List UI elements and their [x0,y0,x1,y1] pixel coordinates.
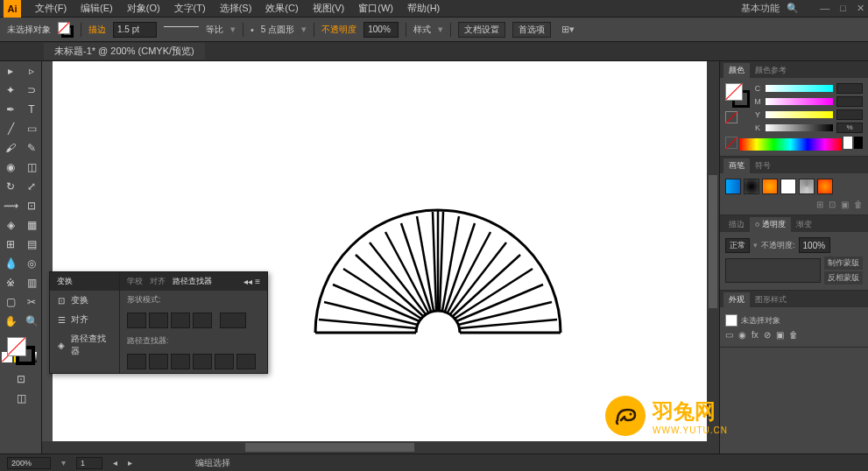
rotate-tool[interactable]: ↻ [0,177,21,196]
pf-unite[interactable] [127,313,146,328]
selection-tool[interactable]: ▸ [0,61,21,81]
symbol-tool[interactable]: ※ [0,273,21,292]
c-value[interactable] [836,83,863,94]
pf-crop[interactable] [193,354,212,369]
mask-preview[interactable] [725,258,821,283]
pf-minus-back[interactable] [236,354,256,369]
symbols-tab[interactable]: 符号 [750,158,776,173]
y-value[interactable] [836,109,863,120]
swatch-splat[interactable] [744,179,759,194]
white-chip[interactable] [843,137,852,149]
pf-item-pathfinder[interactable]: ◈路径查找器 [50,329,119,361]
eyedropper-tool[interactable]: 💧 [0,254,21,273]
k-slider[interactable] [766,124,833,131]
opacity-panel-tab[interactable]: ○ 透明度 [750,217,791,232]
swatch-sun[interactable] [817,179,833,194]
artboard-tool[interactable]: ▢ [0,292,21,312]
rect-tool[interactable]: ▭ [21,119,42,138]
appear-stroke-icon[interactable]: ▭ [725,330,733,340]
maximize-icon[interactable]: □ [840,3,846,14]
fill-stroke-swatch-main[interactable] [0,331,42,371]
menu-effect[interactable]: 效果(C) [258,2,305,15]
artboard-prev-icon[interactable]: ◂ [113,458,117,467]
mesh-tool[interactable]: ⊞ [0,235,21,254]
prefs-button[interactable]: 首选项 [512,22,551,38]
pathfinder-panel[interactable]: 变换 ⊡变换 ☰对齐 ◈路径查找器 学校 对齐 路径查找器 ◂◂ ≡ 形状模式:… [49,271,268,374]
stroke-profile[interactable]: 5 点圆形 [261,24,294,36]
gradient-tool[interactable]: ▤ [21,235,42,254]
menu-type[interactable]: 文字(T) [167,2,213,15]
swatch-blue[interactable] [725,179,741,194]
blob-tool[interactable]: ◉ [0,158,21,177]
swatch-del-icon[interactable]: 🗑 [854,200,863,209]
invert-mask-button[interactable]: 反相蒙版 [824,271,863,285]
opacity-label[interactable]: 不透明度 [321,24,356,36]
horizontal-scrollbar[interactable] [42,441,719,453]
free-transform-tool[interactable]: ⊡ [21,196,42,215]
slice-tool[interactable]: ✂ [21,292,42,312]
opacity-value-input[interactable] [799,237,830,253]
draw-mode[interactable]: ◫ [0,389,42,408]
minimize-icon[interactable]: — [820,3,829,14]
c-slider[interactable] [766,85,833,92]
menu-window[interactable]: 窗口(W) [351,2,400,15]
pf-minus-front[interactable] [149,313,168,328]
zoom-input[interactable] [7,457,51,469]
zoom-tool[interactable]: 🔍 [21,312,42,331]
color-guide-tab[interactable]: 颜色参考 [750,63,792,78]
appear-del-icon[interactable]: 🗑 [789,330,798,340]
brush-tool[interactable]: 🖌 [0,138,21,158]
pencil-tool[interactable]: ✎ [21,138,42,158]
width-tool[interactable]: ⟿ [0,196,21,215]
menu-select[interactable]: 选择(S) [213,2,259,15]
close-icon[interactable]: ✕ [857,3,864,14]
pf-expand[interactable] [220,313,246,328]
canvas-area[interactable] [42,61,719,453]
swatch-opts-icon[interactable]: ⊡ [829,200,836,209]
spectrum-bar[interactable] [739,138,842,151]
m-slider[interactable] [766,98,833,105]
hand-tool[interactable]: ✋ [0,312,21,331]
appear-clear-icon[interactable]: ⊘ [764,330,771,340]
menu-edit[interactable]: 编辑(E) [74,2,120,15]
k-value[interactable]: % [836,123,863,133]
appear-dup-icon[interactable]: ▣ [776,330,784,340]
pf-tab2-1[interactable]: 学校 [123,274,146,289]
blend-tool[interactable]: ◎ [21,254,42,273]
pf-intersect[interactable] [171,313,190,328]
line-tool[interactable]: ╱ [0,119,21,138]
vertical-scrollbar[interactable] [707,61,719,441]
type-tool[interactable]: T [21,100,42,119]
blend-mode-select[interactable]: 正常 [725,238,750,253]
swatch-orange[interactable] [762,179,778,194]
scale-tool[interactable]: ⤢ [21,177,42,196]
pf-tab2-2[interactable]: 对齐 [146,274,169,289]
stroke-panel-tab[interactable]: 描边 [723,217,750,232]
color-tab[interactable]: 颜色 [723,63,750,78]
stroke-weight-input[interactable] [113,22,157,38]
opacity-input[interactable] [363,22,399,38]
stroke-preview[interactable] [164,26,199,33]
doc-setup-button[interactable]: 文档设置 [458,22,505,38]
swatch-gear[interactable] [799,179,815,194]
none-spectrum[interactable] [725,137,737,149]
pf-outline[interactable] [215,354,234,369]
none-swatch[interactable] [725,111,737,123]
align-icon[interactable]: ⊞▾ [561,24,575,35]
swatch-lib-icon[interactable]: ⊞ [816,200,823,209]
menu-object[interactable]: 对象(O) [120,2,167,15]
search-icon[interactable]: 🔍 [787,3,799,14]
pf-divide[interactable] [127,354,146,369]
shape-builder-tool[interactable]: ◈ [0,215,21,235]
pf-merge[interactable] [171,354,190,369]
pf-item-align[interactable]: ☰对齐 [50,310,119,329]
pen-tool[interactable]: ✒ [0,100,21,119]
magic-wand-tool[interactable]: ✦ [0,81,21,100]
stroke-label[interactable]: 描边 [88,24,106,36]
appearance-tab[interactable]: 外观 [723,292,750,307]
pf-tab-transform[interactable]: 变换 [53,274,76,289]
swatch-new-icon[interactable]: ▣ [841,200,849,209]
pf-item-transform[interactable]: ⊡变换 [50,291,119,310]
fill-stroke-swatch[interactable] [58,22,74,38]
menu-view[interactable]: 视图(V) [306,2,352,15]
